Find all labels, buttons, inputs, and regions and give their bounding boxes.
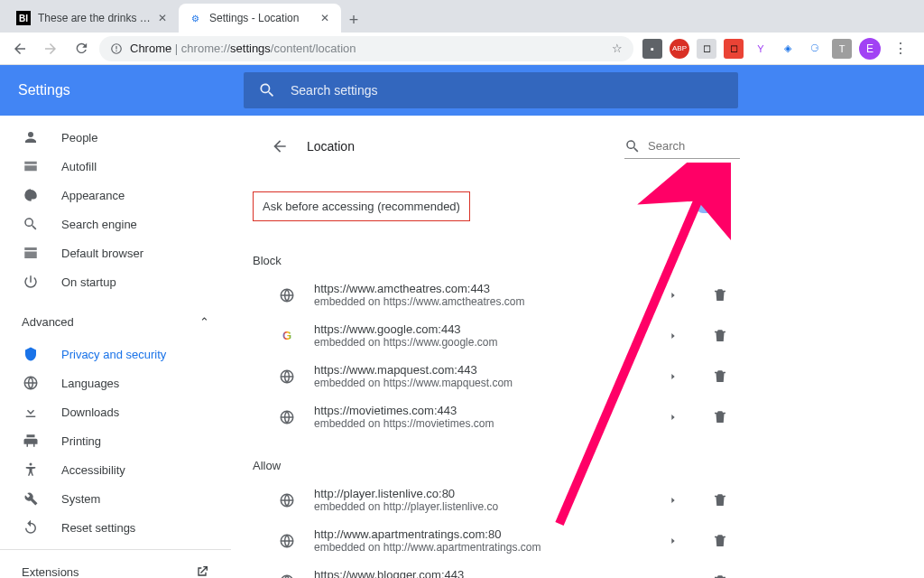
sidebar-item-autofill[interactable]: Autofill xyxy=(0,152,231,181)
site-icon xyxy=(278,491,296,509)
new-tab-button[interactable]: + xyxy=(341,7,366,33)
browser-toolbar: Chrome | chrome://settings/content/locat… xyxy=(0,33,924,65)
chevron-right-icon[interactable] xyxy=(664,408,682,426)
site-embed: embedded on http://www.apartmentratings.… xyxy=(314,541,646,554)
sidebar-item-label: Autofill xyxy=(61,160,97,173)
sidebar: PeopleAutofillAppearanceSearch engineDef… xyxy=(0,116,231,578)
delete-button[interactable] xyxy=(711,408,729,426)
tab-favicon-settings: ⚙ xyxy=(188,11,202,25)
search-icon xyxy=(258,81,276,99)
settings-search-input[interactable] xyxy=(291,83,724,98)
sidebar-item-privacy-and-security[interactable]: Privacy and security xyxy=(0,340,231,368)
avatar[interactable]: E xyxy=(859,38,881,60)
sidebar-item-reset-settings[interactable]: Reset settings xyxy=(0,513,231,542)
chevron-right-icon[interactable] xyxy=(664,532,682,550)
print-icon xyxy=(22,433,40,449)
settings-search[interactable] xyxy=(244,72,738,108)
settings-header: Settings xyxy=(0,65,924,116)
shield-icon xyxy=(22,346,40,362)
delete-button[interactable] xyxy=(711,532,729,550)
sidebar-footer-extensions[interactable]: Extensions xyxy=(0,557,231,578)
site-row: https://movietimes.com:443embedded on ht… xyxy=(253,396,740,437)
sidebar-item-people[interactable]: People xyxy=(0,123,231,152)
close-icon[interactable]: ✕ xyxy=(318,11,332,25)
accessibility-icon xyxy=(22,461,40,478)
sidebar-item-label: Privacy and security xyxy=(61,348,166,361)
sidebar-item-printing[interactable]: Printing xyxy=(0,426,231,455)
sidebar-item-label: Accessibility xyxy=(61,463,125,477)
sidebar-item-appearance[interactable]: Appearance xyxy=(0,181,231,210)
extension-icon[interactable]: T xyxy=(832,39,852,59)
block-section-label: Block xyxy=(253,232,740,275)
advanced-toggle[interactable]: Advanced ⌃ xyxy=(0,303,231,340)
forward-button[interactable] xyxy=(38,36,63,61)
extension-icon-abp[interactable]: ABP xyxy=(670,39,689,59)
menu-icon[interactable]: ⋮ xyxy=(888,36,913,61)
site-icon xyxy=(278,532,296,550)
site-icon xyxy=(278,408,296,426)
extension-icon[interactable]: ▪ xyxy=(642,39,662,59)
sidebar-item-label: On startup xyxy=(61,275,116,289)
sidebar-item-label: Extensions xyxy=(22,565,79,579)
delete-button[interactable] xyxy=(711,368,729,386)
sidebar-item-label: Downloads xyxy=(61,406,119,419)
site-row: https://www.amctheatres.com:443embedded … xyxy=(253,275,740,315)
panel-search[interactable] xyxy=(624,135,740,159)
settings-title: Settings xyxy=(18,82,244,98)
sidebar-item-on-startup[interactable]: On startup xyxy=(0,267,231,296)
sidebar-item-label: People xyxy=(61,131,97,144)
site-icon: G xyxy=(278,327,296,345)
address-bar[interactable]: Chrome | chrome://settings/content/locat… xyxy=(99,36,633,61)
extension-icons: ▪ ABP ◻ ◻ Y ◈ ⚆ T E ⋮ xyxy=(639,36,917,61)
extension-icon[interactable]: ◻ xyxy=(724,39,744,59)
extension-icon[interactable]: ◈ xyxy=(778,39,798,59)
site-embed: embedded on https://www.mapquest.com xyxy=(314,377,646,389)
delete-button[interactable] xyxy=(711,491,729,509)
search-icon xyxy=(22,216,40,232)
site-row: https://www.mapquest.com:443embedded on … xyxy=(253,356,740,396)
extension-icon[interactable]: Y xyxy=(751,39,771,59)
site-url: https://www.google.com:443 xyxy=(314,322,646,336)
browser-tab-1[interactable]: ⚙ Settings - Location ✕ xyxy=(179,4,341,33)
site-url: https://www.blogger.com:443 xyxy=(314,568,646,578)
chevron-right-icon[interactable] xyxy=(664,573,682,579)
delete-button[interactable] xyxy=(711,286,729,304)
extension-icon[interactable]: ⚆ xyxy=(805,39,825,59)
tab-title: These are the drinks bartenders xyxy=(38,12,155,24)
location-toggle[interactable] xyxy=(697,200,722,213)
sidebar-item-label: Reset settings xyxy=(61,521,135,535)
chevron-right-icon[interactable] xyxy=(664,327,682,345)
person-icon xyxy=(22,129,40,145)
reload-button[interactable] xyxy=(69,36,94,61)
delete-button[interactable] xyxy=(711,327,729,345)
browser-tab-0[interactable]: BI These are the drinks bartenders ✕ xyxy=(7,4,179,33)
search-icon xyxy=(624,138,641,154)
browser-icon xyxy=(22,245,40,261)
site-url: https://movietimes.com:443 xyxy=(314,404,646,417)
chevron-right-icon[interactable] xyxy=(664,368,682,386)
sidebar-item-system[interactable]: System xyxy=(0,484,231,513)
wrench-icon xyxy=(22,490,40,507)
back-button[interactable] xyxy=(7,36,32,61)
site-row: https://www.blogger.com:443embedded on h… xyxy=(253,561,740,578)
secure-icon xyxy=(110,42,123,55)
sidebar-item-languages[interactable]: Languages xyxy=(0,368,231,397)
site-embed: embedded on http://player.listenlive.co xyxy=(314,500,646,513)
sidebar-item-default-browser[interactable]: Default browser xyxy=(0,238,231,267)
chevron-right-icon[interactable] xyxy=(664,491,682,509)
chevron-right-icon[interactable] xyxy=(664,286,682,304)
main-panel: Location Ask before accessing (recommend… xyxy=(231,116,924,578)
panel-search-input[interactable] xyxy=(648,139,740,153)
site-url: https://www.amctheatres.com:443 xyxy=(314,282,646,295)
tab-strip: BI These are the drinks bartenders ✕ ⚙ S… xyxy=(0,0,924,33)
close-icon[interactable]: ✕ xyxy=(155,11,170,25)
extension-icon[interactable]: ◻ xyxy=(697,39,716,59)
sidebar-item-accessibility[interactable]: Accessibility xyxy=(0,455,231,484)
toggle-label: Ask before accessing (recommended) xyxy=(253,191,470,221)
delete-button[interactable] xyxy=(711,573,729,579)
page-title: Location xyxy=(307,139,355,154)
sidebar-item-search-engine[interactable]: Search engine xyxy=(0,210,231,238)
sidebar-item-downloads[interactable]: Downloads xyxy=(0,397,231,426)
panel-back-button[interactable] xyxy=(271,137,289,155)
star-icon[interactable]: ☆ xyxy=(612,42,623,55)
